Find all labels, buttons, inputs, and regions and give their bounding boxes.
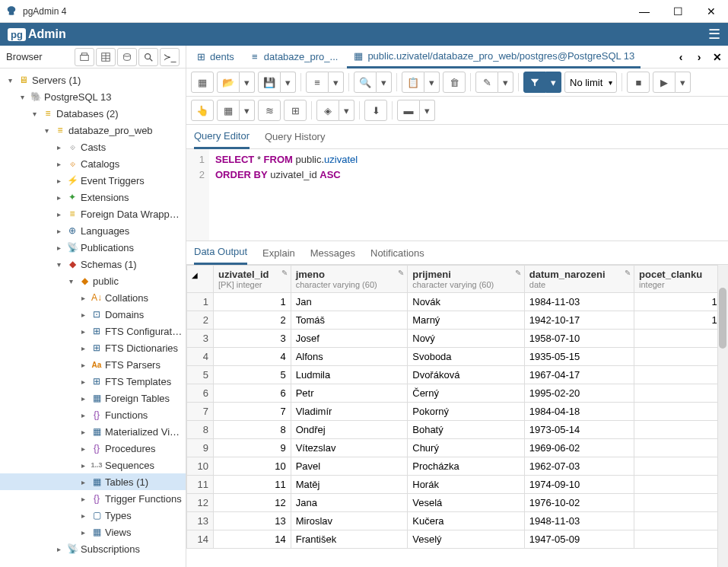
- tree-node-databases-2-[interactable]: ▾≡Databases (2): [0, 105, 186, 122]
- cell[interactable]: Miroslav: [291, 512, 408, 530]
- cell[interactable]: 1974-09-10: [524, 476, 634, 494]
- column-header-datum_narozeni[interactable]: datum_narozenidate✎: [524, 266, 634, 293]
- save-button[interactable]: 💾: [258, 72, 281, 93]
- tree-node-functions[interactable]: ▸{}Functions: [0, 406, 186, 423]
- cell[interactable]: 6: [214, 384, 291, 403]
- tree-node-schemas-1-[interactable]: ▾◆Schemas (1): [0, 256, 186, 272]
- cell[interactable]: Veselá: [408, 494, 525, 512]
- cell[interactable]: 2: [214, 311, 291, 330]
- table-row[interactable]: 1111MatějHorák1974-09-100: [187, 476, 728, 494]
- tree-toggle[interactable]: ▸: [78, 511, 88, 520]
- main-tab[interactable]: ⊞dents: [189, 46, 240, 68]
- cell[interactable]: 7: [634, 439, 728, 457]
- cell[interactable]: 3: [214, 330, 291, 348]
- tree-node-fts-configurations[interactable]: ▸⊞FTS Configurations: [0, 323, 186, 339]
- cell[interactable]: 8: [634, 457, 728, 476]
- browser-tool-refresh[interactable]: [75, 48, 94, 66]
- run-button[interactable]: ▶: [653, 72, 676, 93]
- tree-toggle[interactable]: ▸: [78, 411, 88, 419]
- table-row[interactable]: 1313MiroslavKučera1948-11-031: [187, 512, 728, 530]
- tree-node-domains[interactable]: ▸⊡Domains: [0, 306, 186, 323]
- cell[interactable]: 5: [214, 366, 291, 384]
- vertical-scrollbar[interactable]: [717, 265, 728, 567]
- row-number[interactable]: 1: [187, 293, 214, 311]
- cell[interactable]: 1962-07-03: [524, 457, 634, 476]
- edit-button[interactable]: ✎: [475, 72, 498, 93]
- commit-button[interactable]: ▦: [217, 100, 240, 121]
- tab-notifications[interactable]: Notifications: [370, 240, 424, 265]
- cell[interactable]: 1984-11-03: [524, 293, 634, 311]
- tree-node-casts[interactable]: ▸⟐Casts: [0, 139, 186, 155]
- cell[interactable]: 1: [634, 530, 728, 549]
- cell[interactable]: Bohatý: [408, 421, 525, 439]
- tree-node-catalogs[interactable]: ▸⟐Catalogs: [0, 155, 186, 172]
- main-tab[interactable]: ≡databaze_pro_...: [243, 46, 345, 68]
- tree-toggle[interactable]: ▸: [53, 210, 64, 218]
- minimize-button[interactable]: —: [634, 4, 655, 19]
- row-number[interactable]: 3: [187, 330, 214, 348]
- tree-node-public[interactable]: ▾◆public: [0, 272, 186, 289]
- tab-query-editor[interactable]: Query Editor: [194, 125, 250, 149]
- cell[interactable]: 1969-06-02: [524, 439, 634, 457]
- filter-button[interactable]: [523, 72, 546, 93]
- paste-button[interactable]: 📋: [402, 72, 424, 93]
- tree-toggle[interactable]: ▸: [53, 143, 64, 151]
- object-tree[interactable]: ▾🖥Servers (1)▾🐘PostgreSQL 13▾≡Databases …: [0, 68, 186, 567]
- limit-select[interactable]: No limit: [564, 72, 617, 93]
- cell[interactable]: 1967-04-17: [524, 366, 634, 384]
- cell[interactable]: 1958-07-10: [524, 330, 634, 348]
- cell[interactable]: Horák: [408, 476, 525, 494]
- cell[interactable]: Nový: [408, 330, 525, 348]
- cell[interactable]: 7: [214, 403, 291, 421]
- cell[interactable]: 13: [214, 512, 291, 530]
- cell[interactable]: Pokorný: [408, 403, 525, 421]
- cell[interactable]: 8: [214, 421, 291, 439]
- tree-node-foreign-data-wrappers[interactable]: ▸≡Foreign Data Wrappers: [0, 205, 186, 222]
- tree-toggle[interactable]: ▸: [78, 327, 88, 336]
- cell[interactable]: Svoboda: [408, 348, 525, 366]
- cell[interactable]: 1976-10-02: [524, 494, 634, 512]
- find-dropdown[interactable]: ▾: [329, 72, 344, 93]
- cell[interactable]: 11: [214, 476, 291, 494]
- cell[interactable]: 14: [214, 530, 291, 549]
- tree-toggle[interactable]: ▸: [78, 461, 88, 470]
- cell[interactable]: 0: [634, 476, 728, 494]
- explain-button[interactable]: 👆: [191, 100, 214, 121]
- row-number[interactable]: 7: [187, 403, 214, 421]
- cell[interactable]: Černý: [408, 384, 525, 403]
- open-button[interactable]: 📂: [217, 72, 240, 93]
- tree-node-sequences[interactable]: ▸1..3Sequences: [0, 457, 186, 473]
- cell[interactable]: Vladimír: [291, 403, 408, 421]
- tree-node-fts-parsers[interactable]: ▸AaFTS Parsers: [0, 356, 186, 373]
- table-row[interactable]: 22TomášMarný1942-10-1712: [187, 311, 728, 330]
- cell[interactable]: 1973-05-14: [524, 421, 634, 439]
- cell[interactable]: 1947-05-09: [524, 530, 634, 549]
- browser-tool-query[interactable]: [117, 48, 137, 66]
- browser-tool-grid[interactable]: [96, 48, 116, 66]
- table-row[interactable]: 44AlfonsSvoboda1935-05-156: [187, 348, 728, 366]
- tree-toggle[interactable]: ▸: [53, 193, 64, 202]
- tree-node-materialized-views[interactable]: ▸▦Materialized Views: [0, 423, 186, 440]
- tree-toggle[interactable]: ▸: [78, 394, 88, 403]
- browser-tool-search[interactable]: [138, 48, 158, 66]
- cell[interactable]: 1942-10-17: [524, 311, 634, 330]
- cell[interactable]: Vítezslav: [291, 439, 408, 457]
- run-dropdown[interactable]: ▾: [676, 72, 691, 93]
- column-header-prijmeni[interactable]: prijmenicharacter varying (60)✎: [408, 266, 525, 293]
- tree-toggle[interactable]: ▸: [53, 177, 64, 185]
- tab-data-output[interactable]: Data Output: [194, 240, 247, 265]
- cell[interactable]: 1: [634, 384, 728, 403]
- tree-node-subscriptions[interactable]: ▸📡Subscriptions: [0, 540, 186, 557]
- row-number[interactable]: 13: [187, 512, 214, 530]
- tree-node-event-triggers[interactable]: ▸⚡Event Triggers: [0, 172, 186, 189]
- cell[interactable]: Tomáš: [291, 311, 408, 330]
- tree-toggle[interactable]: ▾: [17, 93, 27, 101]
- commit-dropdown[interactable]: ▾: [240, 100, 255, 121]
- main-tab[interactable]: ▦public.uzivatel/databaze_pro_web/postgr…: [347, 46, 641, 68]
- scratch-dropdown[interactable]: ▾: [420, 100, 435, 121]
- cell[interactable]: Josef: [291, 330, 408, 348]
- tree-toggle[interactable]: ▾: [53, 260, 64, 269]
- table-row[interactable]: 1212JanaVeselá1976-10-021: [187, 494, 728, 512]
- cell[interactable]: Pavel: [291, 457, 408, 476]
- sql-editor[interactable]: 12 SELECT * FROM public.uzivatel ORDER B…: [186, 149, 728, 240]
